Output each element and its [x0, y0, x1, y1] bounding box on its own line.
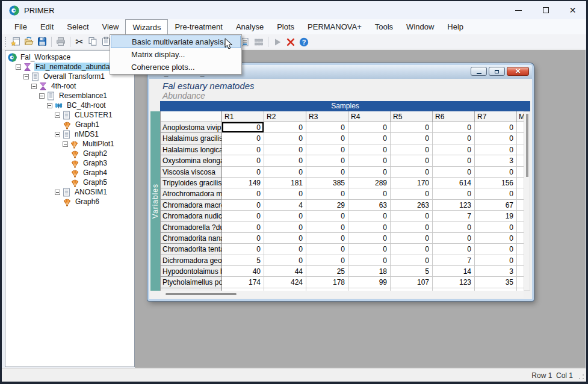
tree-collapse-toggle[interactable]	[47, 103, 52, 108]
value-cell[interactable]: 0	[306, 233, 348, 244]
value-cell[interactable]: 0	[433, 244, 475, 255]
species-name-cell[interactable]: Halalaimus gracilis	[161, 133, 222, 144]
value-cell[interactable]: 0	[264, 155, 306, 166]
tree-item-anosim1[interactable]: ANOSIM1	[7, 187, 133, 197]
species-name-cell[interactable]: Chromadora macro	[161, 200, 222, 211]
value-cell[interactable]: 0	[264, 188, 306, 199]
value-cell[interactable]: 107	[391, 277, 433, 288]
value-cell[interactable]: 178	[306, 277, 348, 288]
tree-item-graph5[interactable]: Graph5	[7, 178, 133, 187]
child-restore-button[interactable]	[489, 67, 505, 76]
value-cell[interactable]: 424	[264, 277, 306, 288]
stop-button[interactable]	[284, 36, 297, 48]
menu-item-permanova[interactable]: PERMANOVA+	[301, 19, 368, 34]
value-cell[interactable]: 0	[222, 155, 264, 166]
menu-item-wizards[interactable]: Wizards	[125, 19, 168, 34]
value-cell[interactable]: 0	[348, 167, 391, 178]
value-cell[interactable]: 0	[222, 233, 264, 244]
tree-item-resemblance1[interactable]: Resemblance1	[7, 91, 133, 101]
value-cell[interactable]: 7	[433, 211, 475, 221]
value-cell[interactable]: 0	[306, 222, 348, 233]
toolbar-gripper[interactable]	[5, 37, 7, 47]
tree-item-multiplot1[interactable]: MultiPlot1	[7, 139, 133, 149]
value-cell[interactable]: 0	[306, 255, 348, 266]
menu-item-matrix-display[interactable]: Matrix display...	[111, 48, 241, 61]
value-cell[interactable]: 0	[348, 255, 391, 266]
species-name-cell[interactable]: Viscosia viscosa	[161, 167, 222, 178]
value-cell[interactable]: 0	[264, 244, 306, 255]
minimize-button[interactable]	[505, 1, 532, 19]
value-cell[interactable]: 0	[475, 222, 517, 233]
value-cell[interactable]: 44	[264, 266, 306, 277]
column-header-r1[interactable]: R1	[222, 111, 264, 122]
value-cell[interactable]: 0	[475, 188, 517, 199]
value-cell[interactable]: 0	[306, 155, 348, 166]
tree-item-graph2[interactable]: Graph2	[7, 149, 133, 158]
tree-item-graph3[interactable]: Graph3	[7, 158, 133, 168]
run-button[interactable]	[271, 36, 284, 48]
value-cell[interactable]: 25	[306, 266, 348, 277]
value-cell[interactable]: 40	[222, 266, 264, 277]
menu-item-pre-treatment[interactable]: Pre-treatment	[168, 19, 229, 34]
value-cell[interactable]: 123	[433, 277, 475, 288]
value-cell[interactable]: 0	[348, 188, 391, 199]
value-cell[interactable]: 0	[264, 211, 306, 221]
menu-item-basic-multivariate-analysis[interactable]: Basic multivariate analysis...	[111, 36, 241, 48]
value-cell[interactable]: 0	[222, 122, 264, 133]
value-cell[interactable]: 3	[475, 266, 517, 277]
child-close-button[interactable]: ✕	[507, 67, 529, 76]
value-cell[interactable]: 0	[391, 167, 433, 178]
open-button[interactable]	[22, 36, 36, 48]
value-cell[interactable]: 0	[433, 155, 475, 166]
close-button[interactable]: ✕	[559, 1, 586, 19]
value-cell[interactable]: 0	[222, 167, 264, 178]
value-cell[interactable]: 0	[222, 144, 264, 155]
value-cell[interactable]: 614	[433, 178, 475, 188]
tree-collapse-toggle[interactable]	[39, 93, 45, 99]
menu-item-view[interactable]: View	[96, 19, 126, 34]
vertical-scrollbar-thumb[interactable]	[526, 114, 528, 177]
value-cell[interactable]: 0	[391, 255, 433, 266]
species-name-cell[interactable]: Ptycholaimellus po	[161, 277, 222, 288]
value-cell[interactable]: 7	[433, 255, 475, 266]
value-cell[interactable]: 0	[348, 155, 391, 166]
value-cell[interactable]: 0	[348, 133, 391, 144]
value-cell[interactable]: 0	[391, 122, 433, 133]
value-cell[interactable]: 35	[475, 277, 517, 288]
species-name-cell[interactable]: Atrochromadora mi	[161, 188, 222, 199]
species-name-cell[interactable]: Halalaimus longicau	[161, 144, 222, 155]
value-cell[interactable]: 156	[475, 178, 517, 188]
value-cell[interactable]: 0	[475, 144, 517, 155]
species-name-cell[interactable]: Chromadorita tenta	[161, 244, 222, 255]
value-cell[interactable]: 0	[348, 211, 391, 221]
column-header-r5[interactable]: R5	[391, 111, 433, 122]
vertical-scrollbar[interactable]	[524, 111, 530, 291]
value-cell[interactable]: 0	[306, 167, 348, 178]
value-cell[interactable]: 0	[306, 122, 348, 133]
menu-item-window[interactable]: Window	[400, 19, 441, 34]
value-cell[interactable]: 0	[264, 255, 306, 266]
value-cell[interactable]: 0	[433, 188, 475, 199]
value-cell[interactable]: 0	[264, 122, 306, 133]
species-name-cell[interactable]: Chromadora nudica	[161, 211, 222, 221]
column-header-r4[interactable]: R4	[348, 111, 391, 122]
value-cell[interactable]: 3	[475, 155, 517, 166]
value-cell[interactable]: 63	[348, 200, 391, 211]
value-cell[interactable]: 0	[264, 144, 306, 155]
value-cell[interactable]: 0	[433, 222, 475, 233]
value-cell[interactable]: 0	[264, 167, 306, 178]
value-cell[interactable]: 0	[222, 200, 264, 211]
value-cell[interactable]: 0	[433, 233, 475, 244]
save-button[interactable]	[36, 36, 49, 48]
value-cell[interactable]: 0	[391, 244, 433, 255]
tree-item-4th-root[interactable]: 4th-root	[7, 81, 133, 91]
value-cell[interactable]: 263	[391, 200, 433, 211]
menu-item-file[interactable]: File	[8, 19, 34, 34]
value-cell[interactable]: 0	[306, 211, 348, 221]
menu-item-analyse[interactable]: Analyse	[229, 19, 270, 34]
horizontal-scrollbar[interactable]	[160, 291, 524, 298]
value-cell[interactable]: 0	[348, 233, 391, 244]
value-cell[interactable]: 0	[222, 133, 264, 144]
tree-item-cluster1[interactable]: CLUSTER1	[7, 110, 133, 120]
value-cell[interactable]: 0	[475, 167, 517, 178]
